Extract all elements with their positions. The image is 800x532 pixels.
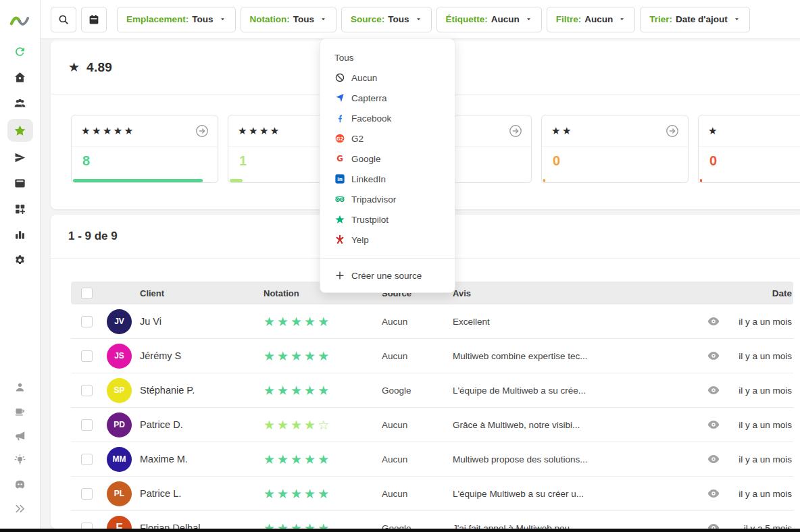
sidebar-item-sync[interactable] [7, 42, 33, 61]
review-date: il y a un mois [732, 454, 793, 464]
view-review-button[interactable] [707, 488, 720, 499]
row-stars: ★★★★★ [264, 521, 382, 529]
row-checkbox[interactable] [81, 419, 93, 431]
row-checkbox[interactable] [81, 350, 93, 362]
filter-filtre-button[interactable]: Filtre: Aucun [547, 7, 636, 32]
sidebar-footer-discord[interactable] [7, 477, 33, 492]
source-option-g2[interactable]: G2 G2 [320, 128, 455, 149]
calendar-icon [88, 14, 100, 26]
source-option-facebook[interactable]: Facebook [320, 108, 455, 128]
source-option-label: G2 [351, 134, 364, 144]
sidebar-item-star[interactable] [7, 119, 33, 142]
progress-bar [230, 179, 243, 182]
source-option-trustpilot[interactable]: Trustpilot [320, 209, 455, 230]
sidebar-item-home[interactable] [7, 68, 33, 87]
search-button[interactable] [51, 7, 76, 32]
col-avis: Avis [453, 288, 695, 298]
view-review-button[interactable] [707, 350, 720, 361]
filter-label: Filtre: [556, 14, 582, 24]
sidebar-item-bar-chart[interactable] [7, 225, 33, 244]
source-options: Tous Aucun Capterra Facebook G2 G2 G Goo… [320, 47, 455, 250]
source-option-capterra[interactable]: Capterra [320, 88, 455, 108]
row-stars: ★★★★★ [264, 452, 382, 467]
row-source: Aucun [382, 420, 453, 430]
view-review-button[interactable] [707, 316, 720, 327]
sidebar-footer-collapse[interactable] [7, 501, 33, 516]
row-checkbox[interactable] [81, 488, 93, 500]
filter-source-button[interactable]: Source: Tous [341, 7, 432, 32]
widgets-plus-icon [14, 203, 26, 215]
chevron-down-icon [733, 16, 741, 23]
client-name: Ju Vi [140, 316, 264, 327]
filter-chips: Emplacement: Tous Notation: Tous Source:… [117, 7, 750, 32]
source-option-label: Tous [334, 53, 354, 63]
row-checkbox[interactable] [81, 454, 93, 465]
source-option-yelp[interactable]: Yelp [320, 230, 455, 250]
filter-trier-button[interactable]: Trier: Date d'ajout [640, 7, 749, 32]
arrow-circle-icon [195, 124, 209, 138]
linkedin-icon: in [334, 174, 345, 184]
date-range-button[interactable] [81, 7, 107, 32]
view-review-button[interactable] [707, 419, 720, 430]
sidebar-item-send[interactable] [7, 148, 33, 167]
sidebar-footer-person[interactable] [7, 379, 33, 395]
eye-icon [707, 488, 720, 499]
filter-etiquette-button[interactable]: Étiquette: Aucun [436, 7, 542, 32]
view-review-button[interactable] [707, 523, 720, 529]
client-name: Maxime M. [140, 454, 264, 464]
client-name: Stéphanie P. [140, 385, 264, 396]
review-date: il y a un mois [732, 489, 793, 499]
sidebar-item-gear[interactable] [7, 250, 33, 270]
ban-icon [334, 72, 345, 83]
avatar: PL [107, 481, 132, 506]
plus-icon [334, 270, 345, 281]
row-checkbox[interactable] [81, 523, 93, 529]
col-date: Date [732, 288, 793, 298]
review-row: F Florian Delhal ★★★★★ Google J'ai fait … [71, 511, 793, 529]
view-review-button[interactable] [707, 385, 720, 396]
select-all-checkbox[interactable] [81, 288, 93, 299]
source-option-tous[interactable]: Tous [320, 47, 455, 68]
person-icon [14, 381, 26, 394]
rating-card-2-stars: ★★ 0 [541, 115, 689, 183]
sidebar [0, 0, 41, 529]
open-arrow-button[interactable] [195, 124, 209, 138]
row-source: Google [382, 385, 453, 396]
eye-icon [707, 523, 720, 529]
sidebar-item-widgets-plus[interactable] [7, 199, 33, 219]
avatar: F [107, 516, 132, 529]
source-option-aucun[interactable]: Aucun [320, 68, 455, 88]
eye-icon [707, 316, 720, 327]
row-stars: ★★★★★ [264, 486, 382, 502]
source-option-google[interactable]: G Google [320, 149, 455, 169]
source-option-label: Facebook [351, 113, 391, 124]
sidebar-item-users[interactable] [7, 93, 33, 113]
review-excerpt: L'équipe Multiweb a su créer u... [453, 489, 695, 499]
sidebar-footer-megaphone[interactable] [7, 428, 33, 444]
chevron-down-icon [415, 16, 422, 23]
source-option-tripadvisor[interactable]: Tripadvisor [320, 189, 455, 209]
window-bottom-edge [0, 529, 800, 532]
mug-icon [14, 405, 26, 418]
filter-notation-button[interactable]: Notation: Tous [241, 7, 336, 32]
open-arrow-button[interactable] [665, 124, 680, 138]
row-checkbox[interactable] [81, 385, 93, 396]
open-arrow-button[interactable] [508, 124, 523, 138]
rating-count: 8 [72, 147, 218, 169]
row-source: Google [382, 523, 453, 529]
chevron-down-icon [320, 16, 327, 23]
avatar: JV [107, 309, 132, 334]
users-icon [14, 97, 26, 109]
sidebar-item-card[interactable] [7, 174, 33, 193]
review-row: PD Patrice D. ★★★★☆ Aucun Grâce à Multiw… [71, 408, 793, 442]
filter-emplacement-button[interactable]: Emplacement: Tous [117, 7, 236, 32]
row-checkbox[interactable] [81, 316, 93, 327]
source-option-label: Aucun [351, 73, 377, 83]
create-source-button[interactable]: Créer une source [320, 258, 455, 292]
source-option-linkedin[interactable]: in LinkedIn [320, 169, 455, 189]
sidebar-nav [7, 42, 33, 270]
sidebar-footer-bulb[interactable] [7, 452, 33, 468]
star-icon: ★ [68, 59, 80, 75]
sidebar-footer-mug[interactable] [7, 404, 33, 419]
view-review-button[interactable] [707, 454, 720, 464]
